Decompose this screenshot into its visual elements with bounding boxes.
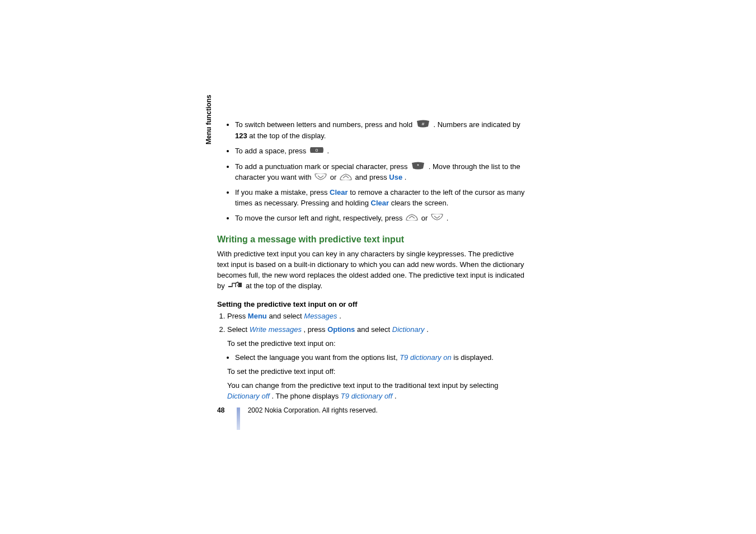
text: and select <box>357 325 392 334</box>
zero-key-icon: 0 <box>309 146 324 157</box>
bullet-switch-letters-numbers: To switch between letters and numbers, p… <box>235 120 525 142</box>
options-label: Options <box>327 325 355 334</box>
dictionary-off-link: Dictionary off <box>227 392 270 400</box>
text: Press <box>227 312 248 320</box>
text: To add a space, press <box>235 147 308 155</box>
on-options: Select the language you want from the op… <box>217 353 525 363</box>
steps-list: Press Menu and select Messages . Select … <box>217 311 525 336</box>
bullet-move-cursor: To move the cursor left and right, respe… <box>235 213 525 224</box>
side-section-label: Menu functions <box>205 95 213 144</box>
bullet-add-space: To add a space, press 0 . <box>235 146 525 157</box>
dictionary-link: Dictionary <box>392 325 425 334</box>
text: or <box>421 214 430 222</box>
svg-rect-5 <box>239 283 242 287</box>
text: clears the screen. <box>391 199 449 207</box>
text: . <box>327 147 329 155</box>
text: . Numbers are indicated by <box>433 120 520 129</box>
svg-rect-4 <box>230 286 232 287</box>
use-label: Use <box>389 173 402 181</box>
text: at the top of the display. <box>246 282 322 290</box>
text: To switch between letters and numbers, p… <box>235 120 415 129</box>
bullet-clear: If you make a mistake, press Clear to re… <box>235 188 525 209</box>
t9-off-link: T9 dictionary off <box>341 392 393 400</box>
scroll-down-icon <box>431 213 443 224</box>
text: Select the language you want from the op… <box>235 353 400 362</box>
text: is displayed. <box>453 353 494 362</box>
text: at the top of the display. <box>249 132 326 140</box>
text: To move the cursor left and right, respe… <box>235 214 405 222</box>
subsection-heading: Setting the predictive text input on or … <box>217 299 525 310</box>
text: . <box>447 214 449 222</box>
clear-label: Clear <box>330 188 348 196</box>
on-intro: To set the predictive text input on: <box>227 339 525 349</box>
bullet-punctuation: To add a punctuation mark or special cha… <box>235 162 525 184</box>
predictive-indicator-icon <box>228 281 242 292</box>
menu-label: Menu <box>248 312 267 320</box>
step-1: Press Menu and select Messages . <box>227 311 525 322</box>
scroll-down-icon <box>314 173 327 184</box>
text: To add a punctuation mark or special cha… <box>235 162 410 171</box>
text: . <box>426 325 429 334</box>
instruction-list: To switch between letters and numbers, p… <box>217 120 525 224</box>
text: . The phone displays <box>272 392 341 400</box>
off-paragraph: You can change from the predictive text … <box>227 381 525 402</box>
text: . <box>339 312 341 320</box>
text: . <box>405 173 407 181</box>
text: and press <box>355 173 389 181</box>
footer-bar-icon <box>237 407 240 430</box>
write-messages-link: Write messages <box>250 325 302 334</box>
text: Select <box>227 325 250 334</box>
section-heading: Writing a message with predictive text i… <box>217 233 525 246</box>
scroll-up-icon <box>340 173 352 184</box>
messages-link: Messages <box>304 312 337 320</box>
text: If you make a mistake, press <box>235 188 330 196</box>
main-content: To switch between letters and numbers, p… <box>217 120 525 405</box>
svg-text:*: * <box>417 163 419 168</box>
t9-on-link: T9 dictionary on <box>400 353 452 362</box>
text: or <box>330 173 339 181</box>
on-bullet: Select the language you want from the op… <box>235 353 525 363</box>
svg-text:0: 0 <box>316 148 318 153</box>
svg-rect-3 <box>228 286 230 287</box>
hash-key-icon: # <box>416 120 430 131</box>
text: . <box>395 392 397 400</box>
scroll-up-icon <box>406 213 418 224</box>
number-indicator: 123 <box>235 132 247 140</box>
off-intro: To set the predictive text input off: <box>227 367 525 377</box>
svg-text:#: # <box>422 121 425 127</box>
text: and select <box>269 312 304 320</box>
star-key-icon: * <box>411 162 425 173</box>
step-2: Select Write messages , press Options an… <box>227 325 525 335</box>
section-paragraph: With predictive text input you can key i… <box>217 249 525 292</box>
copyright-text: 2002 Nokia Corporation. All rights reser… <box>248 406 378 414</box>
text: You can change from the predictive text … <box>227 381 498 390</box>
page-number: 48 <box>217 406 232 414</box>
text: , press <box>304 325 328 334</box>
clear-label: Clear <box>371 199 389 207</box>
page-footer: 48 2002 Nokia Corporation. All rights re… <box>217 406 530 430</box>
